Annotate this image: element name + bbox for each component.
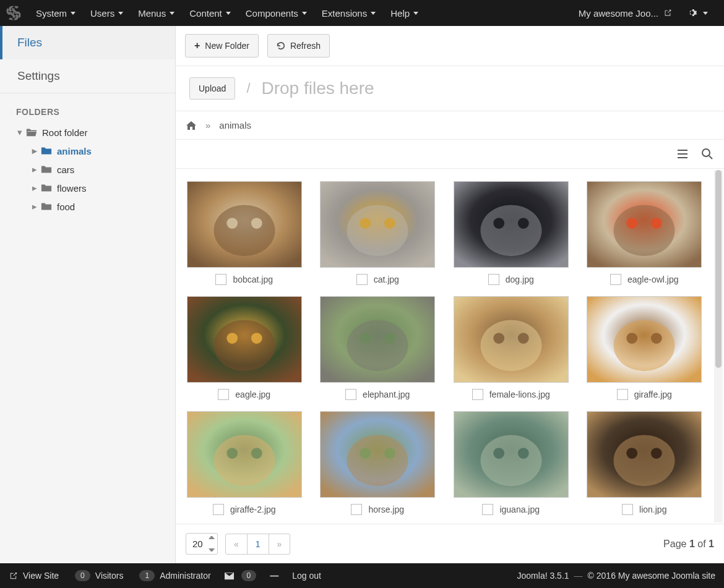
folder-root[interactable]: ▾ Root folder bbox=[16, 123, 169, 142]
tree-toggle-icon[interactable]: ▾ bbox=[16, 127, 24, 138]
home-icon[interactable] bbox=[186, 121, 197, 130]
new-folder-button[interactable]: + New Folder bbox=[185, 34, 259, 58]
file-thumbnail[interactable] bbox=[454, 411, 569, 498]
messages-link[interactable]: 0 bbox=[225, 570, 257, 581]
file-thumbnail[interactable] bbox=[187, 181, 302, 268]
site-title: My awesome Joo... bbox=[579, 8, 658, 19]
topmenu-components[interactable]: Components bbox=[238, 0, 314, 26]
user-settings-dropdown[interactable] bbox=[681, 0, 715, 26]
caret-down-icon bbox=[71, 12, 75, 15]
search-icon[interactable] bbox=[700, 147, 714, 161]
file-checkbox[interactable] bbox=[218, 389, 229, 400]
topmenu-users[interactable]: Users bbox=[83, 0, 131, 26]
visitors-counter[interactable]: 0 Visitors bbox=[72, 570, 123, 581]
tree-toggle-icon[interactable]: ▸ bbox=[31, 145, 38, 156]
file-name: elephant.jpg bbox=[363, 390, 410, 399]
folder-cars[interactable]: ▸cars bbox=[16, 160, 169, 179]
file-checkbox[interactable] bbox=[356, 274, 368, 285]
file-thumbnail[interactable] bbox=[320, 181, 435, 268]
file-thumbnail[interactable] bbox=[587, 181, 702, 268]
folder-food[interactable]: ▸food bbox=[16, 197, 169, 216]
svg-point-23 bbox=[360, 333, 371, 344]
upload-button[interactable]: Upload bbox=[189, 77, 235, 100]
new-folder-label: New Folder bbox=[205, 41, 249, 51]
file-checkbox[interactable] bbox=[351, 504, 362, 515]
svg-point-16 bbox=[651, 218, 662, 229]
file-tile[interactable]: iguana.jpg bbox=[450, 411, 572, 515]
folder-animals[interactable]: ▸animals bbox=[16, 142, 169, 160]
admin-counter[interactable]: 1 Administrator bbox=[137, 570, 210, 581]
sidebar-nav-files[interactable]: Files bbox=[0, 26, 175, 59]
joomla-logo-icon bbox=[5, 4, 22, 22]
file-tile[interactable]: elephant.jpg bbox=[317, 296, 439, 400]
svg-point-10 bbox=[480, 205, 541, 256]
file-tile[interactable]: cat.jpg bbox=[317, 181, 439, 285]
view-site-link[interactable]: View Site bbox=[9, 571, 59, 581]
top-navbar: SystemUsersMenusContentComponentsExtensi… bbox=[0, 0, 724, 26]
file-thumbnail[interactable] bbox=[187, 411, 302, 498]
page-prev[interactable]: « bbox=[226, 534, 247, 554]
file-tile[interactable]: eagle-owl.jpg bbox=[584, 181, 706, 285]
tree-toggle-icon[interactable]: ▸ bbox=[31, 182, 38, 194]
topmenu-help[interactable]: Help bbox=[383, 0, 426, 26]
file-checkbox[interactable] bbox=[482, 504, 493, 515]
file-checkbox[interactable] bbox=[472, 389, 483, 400]
file-thumbnail[interactable] bbox=[320, 411, 435, 498]
topmenu-system[interactable]: System bbox=[28, 0, 83, 26]
view-site-label: View Site bbox=[23, 571, 59, 581]
topmenu-extensions[interactable]: Extensions bbox=[314, 0, 383, 26]
file-checkbox[interactable] bbox=[617, 389, 628, 400]
messages-count: 0 bbox=[241, 570, 257, 581]
topmenu-label: Users bbox=[90, 8, 114, 19]
scrollbar-thumb[interactable] bbox=[715, 170, 722, 368]
top-menu: SystemUsersMenusContentComponentsExtensi… bbox=[28, 0, 426, 26]
file-tile[interactable]: eagle.jpg bbox=[183, 296, 306, 400]
external-link-icon bbox=[9, 571, 18, 581]
sidebar-nav: Files Settings bbox=[0, 26, 175, 93]
file-checkbox[interactable] bbox=[215, 274, 226, 285]
topmenu-content[interactable]: Content bbox=[182, 0, 238, 26]
file-thumbnail[interactable] bbox=[587, 296, 702, 383]
admin-count: 1 bbox=[139, 570, 155, 581]
file-tile[interactable]: dog.jpg bbox=[450, 181, 572, 285]
tree-toggle-icon[interactable]: ▸ bbox=[31, 164, 38, 175]
file-tile[interactable]: lion.jpg bbox=[584, 411, 706, 515]
file-tile[interactable]: horse.jpg bbox=[317, 411, 439, 515]
file-checkbox[interactable] bbox=[622, 504, 633, 515]
file-tile[interactable]: giraffe-2.jpg bbox=[183, 411, 306, 515]
svg-point-26 bbox=[480, 320, 541, 371]
file-name: iguana.jpg bbox=[499, 505, 540, 514]
refresh-button[interactable]: Refresh bbox=[267, 34, 330, 58]
sidebar-nav-settings[interactable]: Settings bbox=[0, 59, 175, 93]
svg-point-18 bbox=[213, 320, 275, 371]
joomla-version[interactable]: Joomla! 3.5.1 bbox=[517, 571, 569, 581]
folder-flowers[interactable]: ▸flowers bbox=[16, 179, 169, 197]
file-name: dog.jpg bbox=[506, 275, 534, 284]
scrollbar[interactable] bbox=[714, 170, 723, 522]
logout-link[interactable]: Log out bbox=[292, 571, 321, 581]
file-checkbox[interactable] bbox=[610, 274, 621, 285]
tree-toggle-icon[interactable]: ▸ bbox=[31, 201, 38, 212]
file-checkbox[interactable] bbox=[345, 389, 356, 400]
page-next[interactable]: » bbox=[269, 534, 290, 554]
file-checkbox[interactable] bbox=[213, 504, 224, 515]
list-view-icon[interactable] bbox=[676, 147, 689, 161]
file-thumbnail[interactable] bbox=[454, 181, 569, 268]
sidebar: Files Settings FOLDERS ▾ Root folder ▸an… bbox=[0, 26, 176, 563]
page-size-input[interactable]: 20 bbox=[186, 533, 218, 555]
file-thumbnail[interactable] bbox=[320, 296, 435, 383]
file-thumbnail[interactable] bbox=[454, 296, 569, 383]
file-checkbox[interactable] bbox=[488, 274, 499, 285]
svg-point-35 bbox=[226, 448, 238, 459]
caret-down-icon bbox=[170, 12, 175, 15]
file-tile[interactable]: giraffe.jpg bbox=[584, 296, 706, 400]
file-thumbnail[interactable] bbox=[187, 296, 302, 383]
copyright: © 2016 My awesome Joomla site bbox=[588, 571, 715, 581]
topmenu-menus[interactable]: Menus bbox=[131, 0, 182, 26]
spinner-icon[interactable] bbox=[209, 536, 215, 552]
site-title-link[interactable]: My awesome Joo... bbox=[570, 0, 681, 26]
file-thumbnail[interactable] bbox=[587, 411, 702, 498]
file-tile[interactable]: female-lions.jpg bbox=[450, 296, 572, 400]
page-current[interactable]: 1 bbox=[247, 534, 269, 554]
file-tile[interactable]: bobcat.jpg bbox=[183, 181, 306, 285]
